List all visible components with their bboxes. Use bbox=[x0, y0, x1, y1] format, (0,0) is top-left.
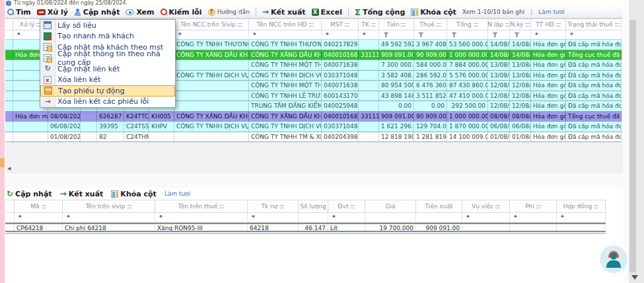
detail-update-button[interactable]: ↻Cập nhật bbox=[7, 189, 52, 198]
header-vu-viec[interactable]: Vụ việc bbox=[462, 200, 510, 212]
header-nlap[interactable]: N.lập bbox=[488, 19, 510, 30]
filter-vu-viec[interactable]: * bbox=[462, 213, 510, 222]
detail-lock-columns-button[interactable]: Khóa cột bbox=[111, 190, 157, 198]
cell-thue: 6 476 360.00 bbox=[414, 81, 447, 91]
header-tk[interactable]: TK bbox=[359, 19, 379, 30]
refresh-link[interactable]: Làm tươi bbox=[538, 9, 564, 15]
sort-icon bbox=[525, 23, 530, 26]
cell-hd: CÔNG TY TNHH THƯƠNG M bbox=[249, 40, 322, 50]
header-thai[interactable]: Trạng thái thuế bbox=[566, 19, 622, 30]
filter-gia[interactable] bbox=[365, 213, 416, 222]
cell-hd: CÔNG TY TNHH MỘT THÀN bbox=[249, 60, 322, 70]
cell-tien: 909 091.00 bbox=[379, 50, 414, 60]
table-row[interactable]: Hóa đơn mu 08/08/2024 626287 K24TTC KH00… bbox=[5, 112, 622, 122]
scroll-left-arrow[interactable]: ◀ bbox=[7, 166, 11, 171]
filter-so-luong[interactable] bbox=[299, 213, 328, 222]
header-hop-dong[interactable]: Hợp đồng bbox=[557, 200, 606, 212]
filter-ten-thue[interactable]: * bbox=[155, 213, 248, 222]
filter-ma[interactable]: * bbox=[15, 213, 63, 222]
menu-item-tao-nhanh-ma-khach[interactable]: Tạo nhanh mã khách bbox=[40, 31, 175, 42]
update-menu-button[interactable]: Cập nhật bbox=[74, 8, 120, 17]
cell-thue: 3 967 408.00 bbox=[414, 40, 447, 50]
scroll-down-arrow[interactable] bbox=[631, 275, 638, 280]
menu-item-xoa-lien-ket[interactable]: xXóa liên kết bbox=[40, 75, 175, 86]
filter-tk-no[interactable]: * bbox=[248, 213, 299, 222]
filter-sivip[interactable]: * bbox=[174, 30, 249, 39]
excel-button[interactable]: XExcel bbox=[312, 8, 342, 17]
asterisk-filter-icon: * bbox=[178, 32, 182, 38]
filter-ten-sivip[interactable]: * bbox=[63, 213, 155, 222]
filter-thai[interactable]: * bbox=[566, 30, 622, 39]
filter-phi[interactable]: * bbox=[510, 213, 557, 222]
menu-item-tao-phieu-tu-dong[interactable]: Tạo phiếu tự động bbox=[40, 85, 175, 97]
header-tien[interactable]: Tiền bbox=[379, 19, 414, 30]
table-row[interactable]: 01/08/2024 82 C24THM CÔNG TY TNHH TM & X… bbox=[5, 132, 622, 143]
cell-thue: 3 511 852.00 bbox=[414, 91, 447, 101]
cell-c2 bbox=[81, 112, 97, 122]
menu-item-lay-so-lieu[interactable]: Lấy số liệu bbox=[40, 20, 175, 31]
header-tong[interactable]: Tổng bbox=[447, 19, 488, 30]
cell-tk-no: 64218 bbox=[248, 224, 299, 231]
cell-tk: 33111 bbox=[359, 50, 379, 60]
header-nky[interactable]: N.ký bbox=[510, 19, 531, 30]
menu-item-cap-nhat-thong-tin-ncc[interactable]: Cập nhật thông tin theo nhà cung cấp bbox=[40, 53, 175, 64]
header-so-luong[interactable]: Số lượng bbox=[299, 200, 328, 212]
asterisk-filter-icon: * bbox=[514, 215, 517, 220]
filter-nky[interactable] bbox=[510, 30, 531, 39]
filter-mst[interactable]: * bbox=[322, 30, 359, 39]
funnel-filter-icon bbox=[492, 32, 498, 38]
vertical-scrollbar-thumb[interactable] bbox=[629, 20, 636, 272]
filter-nlap[interactable] bbox=[488, 30, 510, 39]
cell-tong: 1 000 000.00 bbox=[447, 112, 488, 122]
filter-dvt[interactable]: * bbox=[328, 213, 365, 222]
totals-button[interactable]: ΣTổng cộng bbox=[355, 7, 405, 17]
header-hd[interactable]: Tên NCC trên HĐ bbox=[249, 19, 322, 30]
search-icon bbox=[7, 9, 14, 15]
header-thue[interactable]: Thuế bbox=[414, 19, 447, 30]
header-ten-thue[interactable]: Tên trên thuế bbox=[155, 200, 248, 212]
excel-icon: X bbox=[312, 9, 319, 16]
filter-thue[interactable] bbox=[414, 30, 447, 39]
cell-dvt: Lít bbox=[328, 224, 365, 231]
header-tien-xuat[interactable]: Tiền xuất bbox=[416, 200, 462, 212]
check-errors-button[interactable]: Kiểm lỗi bbox=[161, 8, 202, 17]
header-dvt[interactable]: Đvt bbox=[328, 200, 365, 212]
filter-hd[interactable]: * bbox=[249, 30, 322, 39]
export-button[interactable]: →Kết xuất bbox=[262, 7, 306, 17]
sort-icon bbox=[495, 205, 500, 208]
process-button[interactable]: Xử lý bbox=[37, 8, 68, 17]
header-tk-no[interactable]: Tk nợ bbox=[248, 200, 299, 212]
asterisk-filter-icon: * bbox=[363, 32, 366, 38]
header-tthd[interactable]: TT HĐ bbox=[531, 19, 566, 30]
cell-tien: 49 592 592.00 bbox=[379, 40, 414, 50]
filter-tien[interactable] bbox=[379, 30, 414, 39]
detail-export-button[interactable]: →Kết xuất bbox=[60, 189, 104, 198]
header-gia[interactable]: Giá bbox=[365, 200, 416, 212]
filter-tthd[interactable]: * bbox=[531, 30, 566, 39]
help-button[interactable]: ?Hướng dẫn bbox=[208, 9, 250, 16]
view-button[interactable]: Xem bbox=[125, 8, 154, 17]
header-sivip[interactable]: Tên NCC trên Sivip bbox=[174, 19, 249, 30]
support-chat-button[interactable] bbox=[600, 245, 627, 273]
filter-tong[interactable] bbox=[447, 30, 488, 39]
filter-hop-dong[interactable]: * bbox=[557, 213, 606, 222]
header-phi[interactable]: Phí bbox=[510, 200, 557, 212]
lock-columns-button[interactable]: Khóa cột bbox=[411, 8, 456, 17]
menu-item-cap-nhat-lien-ket[interactable]: ↻Cập nhật liên kết bbox=[40, 63, 175, 75]
cell-thai: Tổng cục thuế đã nhận bbox=[566, 50, 622, 60]
menu-item-xoa-lien-ket-phieu-loi[interactable]: →Xóa liên kết các phiếu lỗi bbox=[40, 97, 175, 108]
table-row[interactable]: CP64218 Chi phí 64218 Xăng RON95-III 642… bbox=[5, 223, 606, 232]
cell-hd: TRUNG TÂM ĐĂNG KIỂM X bbox=[249, 101, 322, 111]
table-row[interactable]: 06/08/2024 39395 C24TSS KHPV CÔNG TY TNH… bbox=[5, 122, 622, 132]
header-ma[interactable]: Mã bbox=[15, 200, 63, 212]
header-ten-sivip[interactable]: Tên trên sivip bbox=[63, 200, 155, 212]
detail-refresh-link[interactable]: Làm tươi bbox=[164, 190, 190, 197]
filter-tien-xuat[interactable] bbox=[416, 213, 462, 222]
cell-tk bbox=[359, 101, 379, 111]
cell-sivip bbox=[174, 81, 249, 91]
filter-tk[interactable]: * bbox=[359, 30, 379, 39]
cell-tthd: Hóa đơn gốc bbox=[531, 71, 566, 81]
header-mst[interactable]: MST bbox=[322, 19, 359, 30]
cell-vu-viec bbox=[462, 224, 510, 231]
find-button[interactable]: Tìm bbox=[7, 8, 31, 17]
